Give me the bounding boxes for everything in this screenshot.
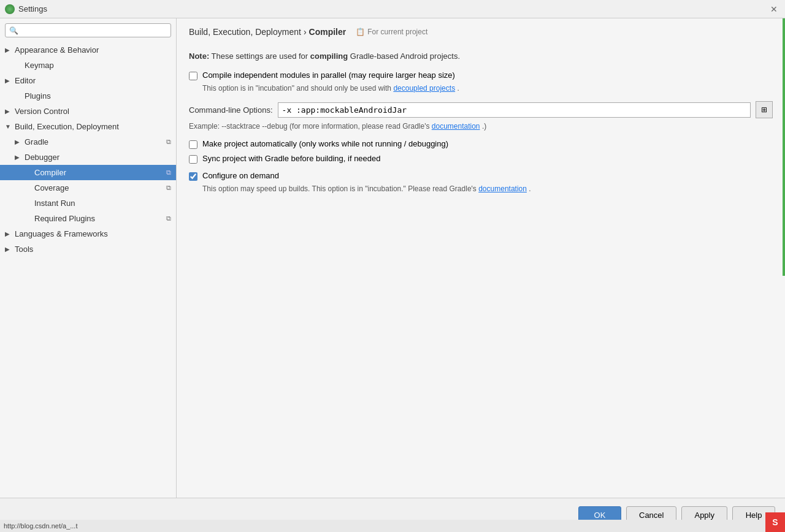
arrow-icon: ▶ xyxy=(5,230,15,237)
breadcrumb: Build, Execution, Deployment › Compiler … xyxy=(189,27,773,37)
settings-icon xyxy=(5,4,15,14)
green-accent-bar xyxy=(783,18,785,276)
note-label: Note: xyxy=(189,51,209,61)
title-bar: Settings ✕ xyxy=(0,0,785,18)
sidebar-item-label: Required Plugins xyxy=(34,214,166,223)
sgsoft-watermark: S xyxy=(765,512,785,532)
configure-demand-label[interactable]: Configure on demand xyxy=(202,171,279,180)
demand-link[interactable]: documentation xyxy=(478,184,527,193)
example-suffix: .) xyxy=(482,122,486,131)
sidebar-item-build[interactable]: ▼ Build, Execution, Deployment xyxy=(0,119,176,134)
sidebar-item-languages[interactable]: ▶ Languages & Frameworks xyxy=(0,226,176,241)
compile-parallel-checkbox[interactable] xyxy=(189,72,197,80)
sidebar-item-editor[interactable]: ▶ Editor xyxy=(0,73,176,88)
note-text2: Gradle-based Android projects. xyxy=(350,51,460,61)
breadcrumb-project: 📋 For current project xyxy=(356,28,427,36)
sidebar-item-label: Keymap xyxy=(25,61,171,70)
make-auto-row: Make project automatically (only works w… xyxy=(189,139,773,149)
search-input[interactable] xyxy=(21,26,167,35)
sidebar: 🔍 ▶ Appearance & Behavior Keymap ▶ Edito xyxy=(0,18,177,498)
copy-icon: ⧉ xyxy=(166,169,171,177)
sync-gradle-row: Sync project with Gradle before building… xyxy=(189,154,773,164)
cmdline-label: Command-line Options: xyxy=(189,105,273,115)
make-auto-label[interactable]: Make project automatically (only works w… xyxy=(202,139,448,148)
project-icon: 📋 xyxy=(356,28,365,36)
arrow-icon: ▼ xyxy=(5,123,15,130)
content-area: 🔍 ▶ Appearance & Behavior Keymap ▶ Edito xyxy=(0,18,785,498)
demand-suffix: . xyxy=(529,184,530,193)
sidebar-item-label: Compiler xyxy=(34,168,166,177)
command-line-row: Command-line Options: ⊞ xyxy=(189,101,773,118)
sidebar-item-gradle[interactable]: ▶ Gradle ⧉ xyxy=(0,134,176,150)
sidebar-item-label: Instant Run xyxy=(34,199,171,208)
sidebar-item-label: Gradle xyxy=(25,137,166,146)
title-bar-left: Settings xyxy=(5,4,47,14)
note-box: Note: These settings are used for compil… xyxy=(189,51,773,61)
sidebar-item-required-plugins[interactable]: Required Plugins ⧉ xyxy=(0,211,176,226)
sidebar-item-compiler[interactable]: Compiler ⧉ xyxy=(0,165,176,180)
panel-content: Note: These settings are used for compil… xyxy=(177,43,785,498)
sidebar-item-label: Debugger xyxy=(25,153,171,162)
panel-header: Build, Execution, Deployment › Compiler … xyxy=(177,18,785,43)
sidebar-item-label: Plugins xyxy=(25,91,171,101)
sidebar-item-label: Tools xyxy=(15,245,171,254)
url-bar: http://blog.csdn.net/a_...t xyxy=(0,520,765,532)
configure-demand-checkbox[interactable] xyxy=(189,172,197,181)
compile-parallel-row: Compile independent modules in parallel … xyxy=(189,70,773,80)
close-button[interactable]: ✕ xyxy=(768,3,780,15)
window-title: Settings xyxy=(18,4,47,13)
sync-gradle-checkbox[interactable] xyxy=(189,155,197,164)
main-panel: Build, Execution, Deployment › Compiler … xyxy=(177,18,785,498)
breadcrumb-end: Compiler xyxy=(309,27,347,37)
sidebar-item-label: Version Control xyxy=(15,107,171,116)
arrow-icon: ▶ xyxy=(15,154,25,161)
example-text: Example: --stacktrace --debug (for more … xyxy=(189,122,773,131)
search-box[interactable]: 🔍 xyxy=(5,23,171,37)
sidebar-item-label: Build, Execution, Deployment xyxy=(15,122,171,131)
demand-text: This option may speed up builds. This op… xyxy=(202,184,478,193)
sidebar-item-instant-run[interactable]: Instant Run xyxy=(0,196,176,211)
incubation-text: This option is in "incubation" and shoul… xyxy=(202,84,393,93)
arrow-icon: ▶ xyxy=(5,47,15,53)
documentation-link[interactable]: documentation xyxy=(432,122,480,131)
copy-icon: ⧉ xyxy=(166,215,171,222)
sync-gradle-label[interactable]: Sync project with Gradle before building… xyxy=(202,154,381,163)
url-text: http://blog.csdn.net/a_...t xyxy=(4,522,77,530)
sidebar-item-tools[interactable]: ▶ Tools xyxy=(0,241,176,257)
incubation-suffix: . xyxy=(457,84,459,93)
demand-description: This option may speed up builds. This op… xyxy=(202,184,773,193)
sidebar-item-coverage[interactable]: Coverage ⧉ xyxy=(0,180,176,196)
cmdline-input[interactable] xyxy=(278,102,751,118)
sidebar-item-debugger[interactable]: ▶ Debugger xyxy=(0,150,176,165)
compile-parallel-label[interactable]: Compile independent modules in parallel … xyxy=(202,70,455,80)
arrow-icon: ▶ xyxy=(5,108,15,115)
arrow-icon: ▶ xyxy=(15,139,25,145)
sidebar-item-label: Languages & Frameworks xyxy=(15,229,171,238)
sidebar-item-plugins[interactable]: Plugins xyxy=(0,88,176,104)
breadcrumb-start: Build, Execution, Deployment xyxy=(189,27,301,37)
sidebar-item-version-control[interactable]: ▶ Version Control xyxy=(0,104,176,119)
note-bold-text: compiling xyxy=(310,51,348,61)
sidebar-item-label: Editor xyxy=(15,76,171,85)
incubation-description: This option is in "incubation" and shoul… xyxy=(202,84,773,93)
example-prefix: Example: --stacktrace --debug (for more … xyxy=(189,122,432,131)
arrow-icon: ▶ xyxy=(5,77,15,84)
cmdline-browse-button[interactable]: ⊞ xyxy=(756,101,773,118)
main-container: 🔍 ▶ Appearance & Behavior Keymap ▶ Edito xyxy=(0,18,785,532)
arrow-icon: ▶ xyxy=(5,246,15,253)
sidebar-item-keymap[interactable]: Keymap xyxy=(0,58,176,73)
configure-demand-row: Configure on demand xyxy=(189,171,773,181)
sidebar-item-label: Coverage xyxy=(34,183,166,192)
copy-icon: ⧉ xyxy=(166,138,171,146)
decoupled-link[interactable]: decoupled projects xyxy=(393,84,455,93)
copy-icon: ⧉ xyxy=(166,184,171,192)
nav-tree: ▶ Appearance & Behavior Keymap ▶ Editor … xyxy=(0,42,176,498)
project-label: For current project xyxy=(367,28,427,36)
search-icon: 🔍 xyxy=(9,26,18,35)
make-auto-checkbox[interactable] xyxy=(189,140,197,149)
note-text: These settings are used for xyxy=(212,51,310,61)
sidebar-item-appearance[interactable]: ▶ Appearance & Behavior xyxy=(0,42,176,58)
sidebar-item-label: Appearance & Behavior xyxy=(15,45,171,55)
breadcrumb-separator: › xyxy=(304,27,307,37)
